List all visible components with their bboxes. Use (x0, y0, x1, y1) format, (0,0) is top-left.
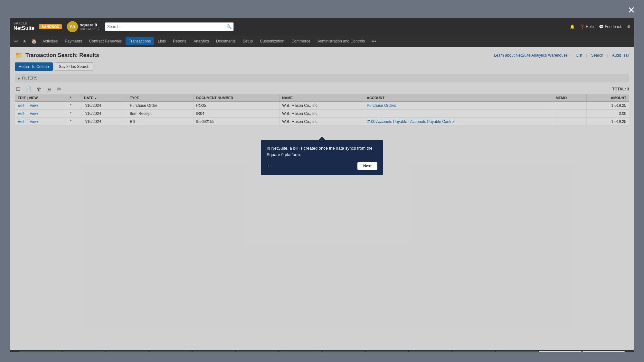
row3-type: Bill (127, 118, 194, 126)
nav-bar: ↩ ★ 🏠 Activities Payments Contract Renew… (10, 35, 634, 47)
row1-amount: 1,019.25 (586, 102, 629, 110)
col-date[interactable]: DATE ▲ (81, 94, 127, 102)
progress-dot-4 (193, 351, 235, 352)
search-icon: 🔍 (226, 24, 232, 29)
favorites-icon-btn[interactable]: ★ (21, 37, 29, 45)
nav-more[interactable]: ••• (369, 37, 379, 45)
filters-toggle[interactable]: ▸ (18, 77, 20, 80)
search-link[interactable]: Search (591, 53, 603, 58)
progress-bar (10, 350, 634, 352)
sq9-icon: S9 (67, 21, 78, 32)
row2-type: Item Receipt (127, 110, 194, 118)
row1-account-link[interactable]: Purchase Orders (367, 103, 396, 108)
nav-contract-renewals[interactable]: Contract Renewals (86, 37, 125, 45)
netsuite-logo: ORACLE NetSuite (14, 22, 34, 31)
notifications-button[interactable]: 🔔 (570, 24, 575, 29)
nav-lists[interactable]: Lists (155, 37, 169, 45)
page-title-left: 📁 Transaction Search: Results (15, 51, 99, 59)
results-table: EDIT | VIEW * DATE ▲ TYPE DOCUMENT NUMBE… (15, 94, 629, 126)
row3-account-link[interactable]: 2100 Accounts Payable : Accounts Payable… (367, 119, 455, 124)
row1-memo (553, 102, 587, 110)
progress-dot-5 (236, 351, 279, 352)
nav-reports[interactable]: Reports (170, 37, 190, 45)
table-row: Edit | View * 7/16/2024 Item Receipt IR0… (15, 110, 629, 118)
tooltip-next-button[interactable]: Next (357, 162, 377, 170)
progress-dot-11 (496, 351, 538, 352)
print-icon-btn[interactable]: 🖨 (45, 86, 53, 93)
table-row: Edit | View * 7/16/2024 Purchase Order P… (15, 102, 629, 110)
home-icon-btn[interactable]: 🏠 (29, 37, 39, 45)
tooltip-footer: ← Next (267, 162, 377, 170)
nav-analytics[interactable]: Analytics (190, 37, 212, 45)
audit-trail-link[interactable]: Audit Trail (612, 53, 629, 58)
table-toolbar: ☐ 📄 🗑 🖨 ✉ TOTAL: 3 (15, 86, 629, 93)
history-icon-btn[interactable]: ↩ (12, 37, 20, 45)
row2-date: 7/16/2024 (81, 110, 127, 118)
row2-edit-view: Edit | View (15, 110, 67, 118)
list-link[interactable]: List (576, 53, 582, 58)
row1-edit-link[interactable]: Edit (18, 103, 24, 108)
nav-payments[interactable]: Payments (62, 37, 85, 45)
row2-doc-number: IR04 (194, 110, 279, 118)
row3-memo (553, 118, 587, 126)
row1-view-link[interactable]: View (30, 103, 38, 108)
modal-close-button[interactable]: ✕ (628, 6, 635, 15)
nav-setup[interactable]: Setup (240, 37, 256, 45)
row2-memo (553, 110, 587, 118)
search-input[interactable] (107, 24, 225, 29)
browser-window: ORACLE NetSuite SANDBOX S9 square 9 SOFT… (10, 18, 634, 352)
page-title-bar: 📁 Transaction Search: Results Learn abou… (15, 51, 629, 59)
nav-customization[interactable]: Customization (257, 37, 288, 45)
progress-dot-10 (452, 351, 495, 352)
checkbox-icon-btn[interactable]: ☐ (15, 86, 22, 93)
row2-edit-link[interactable]: Edit (18, 111, 24, 116)
save-this-search-button[interactable]: Save This Search (55, 62, 94, 71)
progress-dot-3 (149, 351, 192, 352)
col-name: NAME (279, 94, 364, 102)
table-row: Edit | View * 7/16/2024 Bill I59692155 W… (15, 118, 629, 126)
delete-icon-btn[interactable]: 🗑 (35, 86, 43, 93)
feedback-link[interactable]: 💬 Feedback (599, 24, 622, 29)
row3-account: 2100 Accounts Payable : Accounts Payable… (364, 118, 553, 126)
email-icon-btn[interactable]: ✉ (55, 86, 62, 93)
page-title-right: Learn about NetSuite Analytics Warehouse… (494, 53, 629, 58)
progress-dot-8 (366, 351, 408, 352)
tooltip-arrow (319, 137, 325, 140)
action-buttons: Return To Criteria Save This Search (15, 62, 629, 71)
analytics-warehouse-link[interactable]: Learn about NetSuite Analytics Warehouse (494, 53, 567, 58)
table-total: TOTAL: 3 (612, 87, 629, 91)
row3-view-link[interactable]: View (30, 119, 38, 124)
settings-icon[interactable]: ⚙ (627, 24, 630, 29)
nav-documents[interactable]: Documents (213, 37, 239, 45)
row2-name: W.B. Mason Co., Inc. (279, 110, 364, 118)
row3-date: 7/16/2024 (81, 118, 127, 126)
nav-transactions[interactable]: Transactions (126, 37, 154, 45)
help-link[interactable]: ❓ Help (580, 24, 594, 29)
table-icon-group: ☐ 📄 🗑 🖨 ✉ (15, 86, 62, 93)
tooltip-back-button[interactable]: ← (267, 163, 272, 169)
row1-account: Purchase Orders (364, 102, 553, 110)
row3-edit-link[interactable]: Edit (18, 119, 24, 124)
row2-account (364, 110, 553, 118)
row2-view-link[interactable]: View (30, 111, 38, 116)
tooltip-text: In NetSuite, a bill is created once the … (267, 145, 377, 158)
progress-dot-9 (409, 351, 452, 352)
row3-star: * (67, 118, 81, 126)
sandbox-badge: SANDBOX (39, 24, 62, 29)
export-icon-btn[interactable]: 📄 (24, 86, 33, 93)
nav-activities[interactable]: Activities (39, 37, 61, 45)
col-account: ACCOUNT (364, 94, 553, 102)
nav-commerce[interactable]: Commerce (288, 37, 314, 45)
col-type: TYPE (127, 94, 194, 102)
nav-admin[interactable]: Administration and Controls (314, 37, 368, 45)
progress-dot-2 (106, 351, 148, 352)
sq9-subtitle: SOFTWORKS (80, 27, 99, 31)
progress-dot-0 (19, 351, 62, 352)
row1-edit-view: Edit | View (15, 102, 67, 110)
row3-edit-view: Edit | View (15, 118, 67, 126)
return-to-criteria-button[interactable]: Return To Criteria (15, 62, 53, 71)
search-bar[interactable]: 🔍 (105, 22, 234, 31)
sq9-company: square 9 (80, 23, 99, 27)
progress-dot-1 (63, 351, 105, 352)
col-edit-view: EDIT | VIEW (15, 94, 67, 102)
